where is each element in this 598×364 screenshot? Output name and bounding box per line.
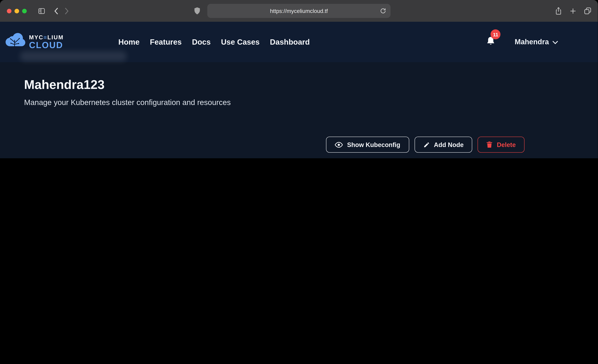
nav-link-dashboard[interactable]: Dashboard [270,38,310,46]
chevron-down-icon [552,38,558,46]
forward-icon[interactable] [64,7,69,15]
page-subtitle: Manage your Kubernetes cluster configura… [24,98,598,107]
minimize-window-button[interactable] [14,9,19,13]
privacy-blur-patch [20,51,127,61]
zoom-window-button[interactable] [22,9,27,13]
user-name: Mahendra [515,38,549,46]
viewport: https://myceliumcloud.tf [0,0,598,158]
refresh-icon[interactable] [380,7,386,15]
url-text: https://myceliumcloud.tf [270,8,328,14]
notification-badge: 11 [491,29,501,39]
back-icon[interactable] [53,7,59,15]
delete-label: Delete [497,141,516,148]
new-tab-icon[interactable] [569,7,577,15]
url-bar[interactable]: https://myceliumcloud.tf [207,4,390,18]
browser-chrome: https://myceliumcloud.tf [0,0,598,22]
user-menu[interactable]: Mahendra [515,38,558,46]
top-navbar: MYC≡LIUM CLOUD Home Features Docs Use Ca… [0,22,598,62]
pencil-icon [423,141,430,148]
show-kubeconfig-button[interactable]: Show Kubeconfig [326,137,409,153]
sidebar-toggle-icon[interactable] [37,7,46,15]
nav-links: Home Features Docs Use Cases Dashboard [118,38,310,46]
share-icon[interactable] [555,7,562,15]
traffic-lights [7,9,27,13]
delete-cluster-button[interactable]: Delete [478,137,524,153]
show-kubeconfig-label: Show Kubeconfig [347,141,400,148]
mycelium-cloud-logo-icon [5,33,26,51]
nav-link-features[interactable]: Features [150,38,182,46]
trash-icon [486,141,493,148]
brand-line-cloud: CLOUD [29,41,64,50]
cluster-actions: Show Kubeconfig Add Node [0,137,598,153]
site-page: MYC≡LIUM CLOUD Home Features Docs Use Ca… [0,22,598,158]
add-node-label: Add Node [434,141,464,148]
nav-link-docs[interactable]: Docs [192,38,211,46]
eye-icon [335,141,343,148]
brand-line-mycelium: MYC≡LIUM [29,34,64,40]
browser-window: https://myceliumcloud.tf [0,0,598,158]
tab-overview-icon[interactable] [584,7,592,15]
brand-text: MYC≡LIUM CLOUD [29,34,64,50]
page-title: Mahendra123 [24,77,598,92]
notifications-bell-icon[interactable]: 11 [486,36,496,48]
nav-link-use-cases[interactable]: Use Cases [221,38,260,46]
chrome-right-controls [555,7,592,15]
navbar-right: 11 Mahendra [486,36,558,48]
nav-link-home[interactable]: Home [118,38,140,46]
close-window-button[interactable] [7,9,11,13]
brand-e-glyph: ≡ [43,34,48,41]
privacy-shield-icon [194,7,200,15]
brand-logo[interactable]: MYC≡LIUM CLOUD [5,33,118,51]
add-node-button[interactable]: Add Node [415,137,472,153]
